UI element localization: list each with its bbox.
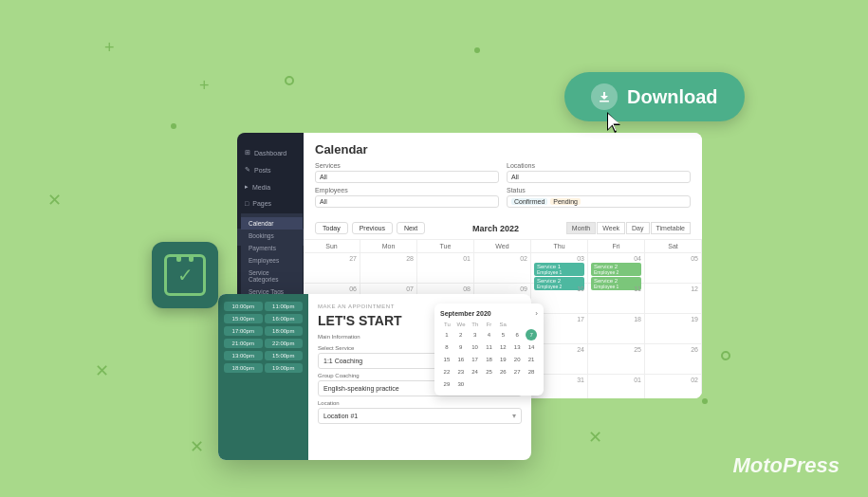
timeslot-2a[interactable]: 15:00pm — [224, 314, 263, 323]
cal-cell-w2d5[interactable]: 11 — [588, 284, 645, 313]
media-icon: ▸ — [245, 183, 249, 191]
mini-day-tu: Tu — [440, 322, 454, 327]
week-view-button[interactable]: Week — [597, 222, 625, 234]
timeslot-5b[interactable]: 15:00pm — [265, 351, 304, 360]
deco-cross-2: + — [199, 76, 210, 96]
calendar-week-1: 27 28 01 02 03 Service 1Employee 1 Servi… — [304, 253, 702, 284]
download-icon — [591, 83, 618, 110]
cal-cell-w2d6[interactable]: 12 — [645, 284, 702, 313]
mini-cal-next[interactable]: › — [535, 309, 538, 318]
mini-day-18[interactable]: 18 — [483, 354, 494, 365]
deco-dot-3 — [721, 351, 730, 360]
sidebar-item-pages[interactable]: □ Pages — [237, 195, 304, 212]
mini-day-we: We — [454, 322, 469, 327]
timeslot-4a[interactable]: 21:00pm — [224, 339, 263, 348]
timetable-view-button[interactable]: Timetable — [651, 222, 691, 234]
timeslot-4b[interactable]: 22:00pm — [265, 339, 304, 348]
mini-day-20[interactable]: 20 — [511, 354, 523, 365]
locations-select[interactable]: All — [507, 171, 691, 183]
mini-day-17[interactable]: 17 — [470, 354, 481, 365]
mini-day-6[interactable]: 6 — [511, 329, 523, 341]
timeslot-6a[interactable]: 18:00pm — [224, 363, 263, 373]
timeslot-2b[interactable]: 16:00pm — [265, 314, 304, 323]
timeslot-3b[interactable]: 18:00pm — [265, 326, 304, 336]
mini-day-fr: Fr — [482, 322, 496, 327]
sidebar-item-dashboard[interactable]: ⊞ Dashboard — [237, 144, 304, 161]
cal-cell-w5d5[interactable]: 01 — [588, 375, 645, 398]
download-button[interactable]: Download — [564, 72, 745, 121]
today-button[interactable]: Today — [315, 222, 348, 234]
calendar-icon-tabs — [176, 254, 194, 262]
timeslot-row-3: 17:00pm 18:00pm — [224, 326, 303, 336]
mini-day-8[interactable]: 8 — [441, 341, 452, 353]
mini-day-9[interactable]: 9 — [455, 341, 467, 353]
mini-day-16[interactable]: 16 — [455, 354, 467, 365]
mini-day-5[interactable]: 5 — [497, 329, 508, 341]
timeslot-1a[interactable]: 10:00pm — [224, 302, 263, 311]
employees-filter: Employees All — [315, 187, 499, 208]
mini-day-22[interactable]: 22 — [441, 366, 452, 377]
mini-day-1[interactable]: 1 — [441, 329, 452, 341]
submenu-calendar[interactable]: Calendar — [241, 217, 303, 230]
mini-day-13[interactable]: 13 — [511, 341, 523, 353]
previous-button[interactable]: Previous — [352, 222, 393, 234]
locations-filter: Locations All — [507, 162, 691, 183]
cal-cell-w4d5[interactable]: 25 — [588, 344, 645, 374]
status-pending: Pending — [550, 198, 581, 205]
mini-day-th: Th — [468, 322, 482, 327]
mini-day-2[interactable]: 2 — [455, 329, 467, 341]
month-view-button[interactable]: Month — [566, 222, 596, 234]
deco-cross-1: + — [104, 38, 115, 58]
services-select[interactable]: All — [315, 171, 499, 183]
mini-cal-days-header: Tu We Th Fr Sa — [440, 322, 538, 327]
cal-cell-w3d5[interactable]: 18 — [588, 314, 645, 343]
location-select[interactable]: Location #1 ▾ — [318, 408, 522, 424]
mini-day-14[interactable]: 14 — [526, 341, 537, 353]
day-header-wed: Wed — [474, 240, 531, 252]
deco-cross-3: ✕ — [47, 190, 62, 211]
timeslot-6b[interactable]: 19:00pm — [265, 363, 304, 373]
next-button[interactable]: Next — [397, 222, 425, 234]
mini-day-21[interactable]: 21 — [526, 354, 537, 365]
cal-cell-w3d6[interactable]: 19 — [645, 314, 702, 343]
mini-day-27[interactable]: 27 — [511, 366, 523, 377]
deco-dot-sm-4 — [474, 47, 480, 53]
mini-day-4[interactable]: 4 — [483, 329, 494, 341]
sidebar-item-media[interactable]: ▸ Media — [237, 178, 304, 195]
submenu-employees[interactable]: Employees — [241, 254, 303, 267]
timeslot-1b[interactable]: 11:00pm — [265, 302, 304, 311]
mini-day-30[interactable]: 30 — [455, 378, 467, 390]
mini-day-29[interactable]: 29 — [441, 378, 452, 390]
mini-day-19[interactable]: 19 — [497, 354, 508, 365]
sidebar-item-posts[interactable]: ✎ Posts — [237, 161, 304, 178]
cal-cell-w4d6[interactable]: 26 — [645, 344, 702, 374]
mini-day-10[interactable]: 10 — [470, 341, 481, 353]
submenu-payments[interactable]: Payments — [241, 242, 303, 254]
mini-day-26[interactable]: 26 — [497, 366, 508, 377]
mini-day-11[interactable]: 11 — [483, 341, 494, 353]
mini-day-7[interactable]: 7 — [526, 329, 537, 341]
timeslot-5a[interactable]: 13:00pm — [224, 351, 263, 360]
day-header-fri: Fri — [588, 240, 645, 252]
deco-cross-5: ✕ — [190, 436, 204, 457]
day-header-tue: Tue — [417, 240, 474, 252]
mini-day-15[interactable]: 15 — [441, 354, 452, 365]
mini-day-3[interactable]: 3 — [470, 329, 481, 341]
mini-day-25[interactable]: 25 — [483, 366, 494, 377]
day-view-button[interactable]: Day — [626, 222, 649, 234]
status-filter: Status Confirmed Pending — [507, 187, 691, 208]
day-header-thu: Thu — [531, 240, 588, 252]
timeslot-3a[interactable]: 17:00pm — [224, 326, 263, 336]
mini-day-23[interactable]: 23 — [455, 366, 467, 377]
mini-day-12[interactable]: 12 — [497, 341, 508, 353]
mini-day-24[interactable]: 24 — [470, 366, 481, 377]
timeslot-row-2: 15:00pm 16:00pm — [224, 314, 303, 323]
motopress-logo: MotoPress — [733, 453, 840, 478]
locations-label: Locations — [507, 162, 691, 169]
cal-cell-w5d6[interactable]: 02 — [645, 375, 702, 398]
employees-select[interactable]: All — [315, 195, 499, 208]
status-select[interactable]: Confirmed Pending — [507, 195, 691, 208]
submenu-service-categories[interactable]: Service Categories — [241, 267, 303, 285]
mini-day-28[interactable]: 28 — [526, 366, 537, 377]
submenu-bookings[interactable]: Bookings — [241, 230, 303, 242]
